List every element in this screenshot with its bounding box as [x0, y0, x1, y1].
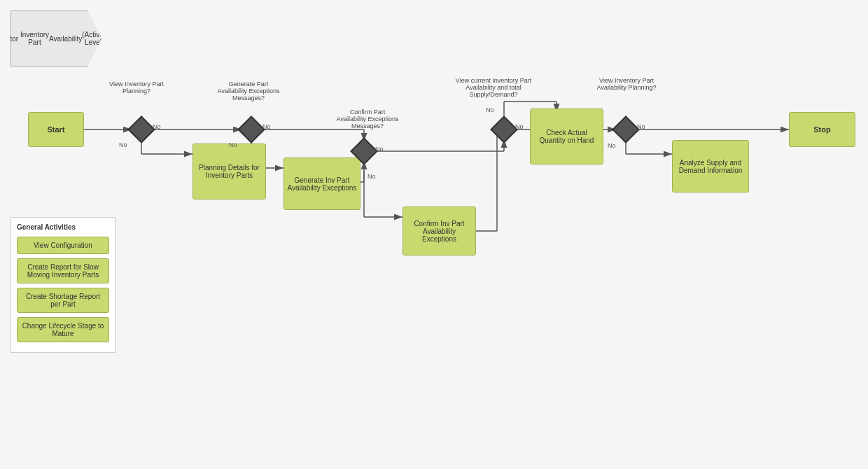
decision-generate-exceptions: [237, 115, 265, 144]
generate-exceptions-node[interactable]: Generate Inv Part Availability Exception…: [284, 158, 360, 210]
change-lifecycle-btn[interactable]: Change Lifecycle Stage to Mature: [17, 317, 109, 342]
panel-title: General Activities: [17, 223, 109, 231]
no-label-d3: No: [375, 146, 384, 153]
confirm-exceptions-node[interactable]: Confirm Inv Part Availability Exceptions: [402, 206, 476, 255]
decision-label-d5: View Inventory Part Availability Plannin…: [592, 77, 662, 91]
no-label-d2-down: No: [229, 141, 237, 148]
diagram-title: Monitor Inventory Part Availability (Act…: [10, 10, 102, 66]
start-node[interactable]: Start: [28, 112, 84, 147]
decision-label-d4: View current Inventory Part Availability…: [455, 77, 532, 98]
no-label-d4: No: [515, 123, 524, 130]
no-label-d2: No: [262, 123, 271, 130]
diagram-container: Monitor Inventory Part Availability (Act…: [0, 0, 868, 469]
no-label-d5: No: [637, 123, 645, 130]
no-label-d4-down: No: [486, 106, 494, 113]
no-label-d5-down: No: [608, 142, 616, 149]
stop-node[interactable]: Stop: [789, 112, 855, 147]
no-label-d1: No: [153, 123, 161, 130]
planning-details-node[interactable]: Planning Details for Inventory Parts: [192, 144, 266, 200]
general-activities-panel: General Activities View Configuration Cr…: [10, 217, 115, 353]
decision-label-d3: Confirm Part Availability Exceptions Mes…: [336, 108, 399, 130]
check-quantity-node[interactable]: Check Actual Quantity on Hand: [530, 108, 603, 164]
no-label-d1-down: No: [119, 141, 127, 148]
view-configuration-btn[interactable]: View Configuration: [17, 237, 109, 254]
decision-label-d1: View Inventory Part Planning?: [108, 80, 164, 94]
analyze-supply-node[interactable]: Analyze Supply and Demand Information: [672, 140, 749, 192]
create-report-slow-moving-btn[interactable]: Create Report for Slow Moving Inventory …: [17, 258, 109, 284]
decision-label-d2: Generate Part Availability Exceptions Me…: [217, 80, 280, 102]
no-label-d3-down: No: [368, 173, 376, 180]
decision-view-planning: [127, 115, 155, 144]
decision-view-availability-planning: [612, 115, 640, 144]
create-shortage-report-btn[interactable]: Create Shortage Report per Part: [17, 288, 109, 313]
decision-view-supply-demand: [490, 115, 518, 144]
